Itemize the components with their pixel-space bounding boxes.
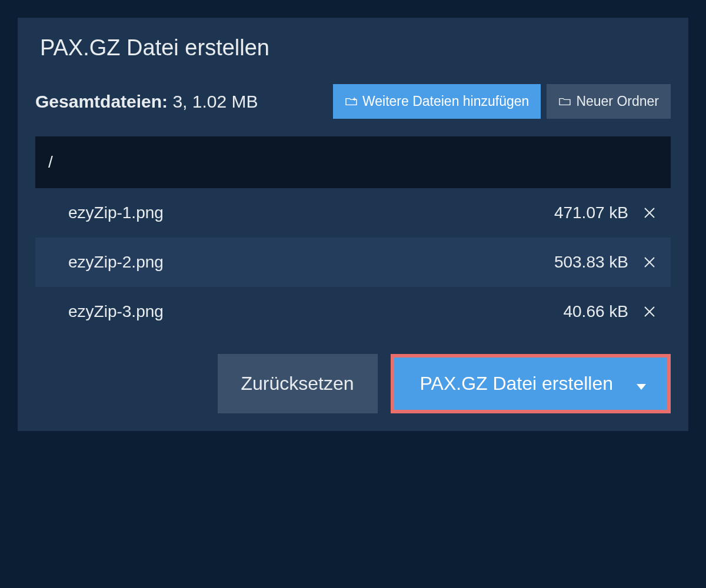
file-row: ezyZip-1.png 471.07 kB [35,188,671,238]
panel-content: Gesamtdateien: 3, 1.02 MB Weitere Dateie… [18,78,688,431]
main-panel: PAX.GZ Datei erstellen Gesamtdateien: 3,… [18,18,688,431]
summary-value: 3, 1.02 MB [172,92,258,111]
remove-file-button[interactable] [642,255,657,269]
create-button-highlight: PAX.GZ Datei erstellen [391,354,671,413]
file-name: ezyZip-2.png [68,253,164,272]
tab-create-paxgz[interactable]: PAX.GZ Datei erstellen [18,18,292,78]
add-files-label: Weitere Dateien hinzufügen [362,93,529,109]
file-size: 503.83 kB [554,253,628,272]
remove-file-button[interactable] [642,206,657,220]
summary-label: Gesamtdateien: [35,92,168,111]
file-row: ezyZip-2.png 503.83 kB [35,238,671,287]
add-files-button[interactable]: Weitere Dateien hinzufügen [333,84,541,119]
toolbar: Gesamtdateien: 3, 1.02 MB Weitere Dateie… [35,84,671,119]
file-list: / ezyZip-1.png 471.07 kB ezyZip-2.png 50… [35,136,671,336]
file-size: 471.07 kB [554,203,628,222]
file-row: ezyZip-3.png 40.66 kB [35,287,671,336]
file-name: ezyZip-1.png [68,203,164,222]
current-path[interactable]: / [35,136,671,188]
file-size: 40.66 kB [563,302,628,321]
tab-title: PAX.GZ Datei erstellen [40,35,269,60]
reset-button[interactable]: Zurücksetzen [218,354,378,413]
create-paxgz-button[interactable]: PAX.GZ Datei erstellen [394,358,667,410]
create-label: PAX.GZ Datei erstellen [420,373,613,395]
file-summary: Gesamtdateien: 3, 1.02 MB [35,92,258,112]
file-name: ezyZip-3.png [68,302,164,321]
new-folder-button[interactable]: Neuer Ordner [547,84,671,119]
new-folder-label: Neuer Ordner [576,93,659,109]
footer-actions: Zurücksetzen PAX.GZ Datei erstellen [35,354,671,413]
path-text: / [48,153,53,171]
folder-icon [558,96,571,107]
svg-marker-8 [637,384,646,390]
caret-down-icon [637,373,646,395]
toolbar-buttons: Weitere Dateien hinzufügen Neuer Ordner [333,84,671,119]
remove-file-button[interactable] [642,305,657,319]
reset-label: Zurücksetzen [241,373,354,394]
folder-plus-icon [345,96,358,107]
